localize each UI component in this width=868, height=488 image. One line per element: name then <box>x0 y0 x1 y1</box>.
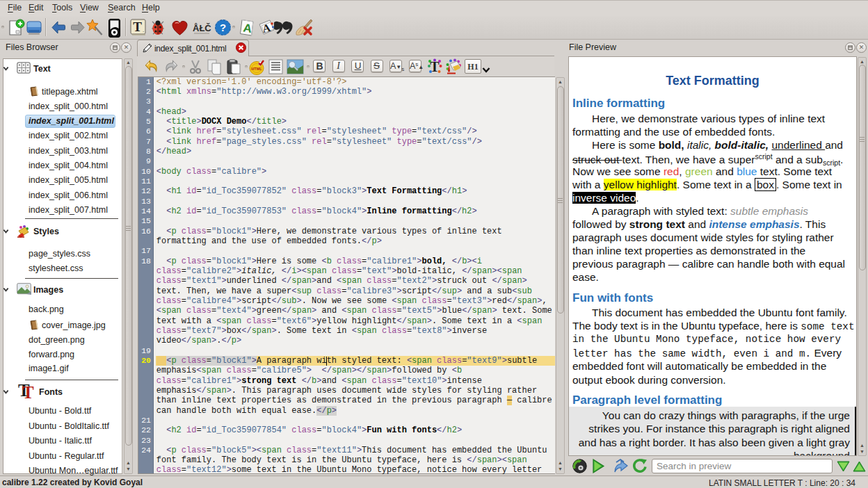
svg-text:T: T <box>22 383 34 401</box>
svg-text:?: ? <box>220 22 226 33</box>
svg-text:T: T <box>133 19 142 34</box>
svg-text:ÅŁČ: ÅŁČ <box>193 23 211 33</box>
svg-text:.: . <box>143 27 144 33</box>
svg-text:HTML: HTML <box>251 67 262 71</box>
